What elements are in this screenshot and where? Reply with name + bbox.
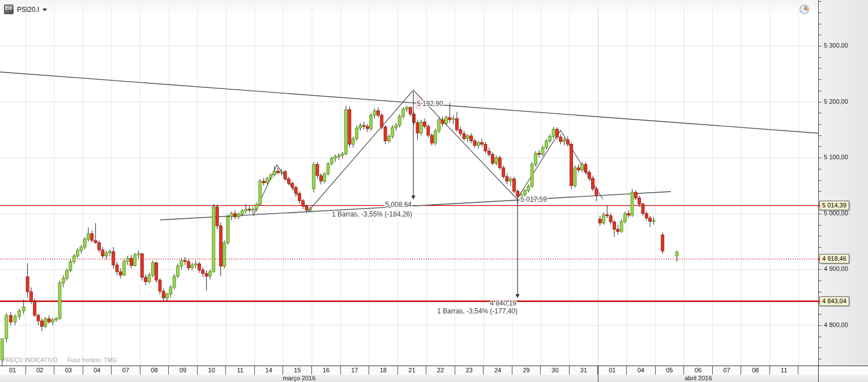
candle-up[interactable] <box>602 215 605 223</box>
candle-down[interactable] <box>216 207 219 226</box>
candle-up[interactable] <box>359 125 362 128</box>
candle-down[interactable] <box>613 222 615 230</box>
candle-down[interactable] <box>448 117 451 120</box>
candle-down[interactable] <box>481 143 484 145</box>
candle-up[interactable] <box>166 294 169 298</box>
candle-up[interactable] <box>51 320 54 322</box>
candle-up[interactable] <box>123 262 126 275</box>
candle-up[interactable] <box>194 264 197 265</box>
candle-up[interactable] <box>387 137 390 141</box>
candle-down[interactable] <box>291 184 294 188</box>
candle-down[interactable] <box>316 164 319 176</box>
candle-up[interactable] <box>126 258 129 262</box>
candle-up[interactable] <box>208 271 211 276</box>
candle-up[interactable] <box>545 141 548 148</box>
candle-down[interactable] <box>617 229 619 231</box>
candle-down[interactable] <box>144 277 147 282</box>
candle-down[interactable] <box>473 141 476 146</box>
candle-up[interactable] <box>230 214 233 217</box>
candle-up[interactable] <box>327 164 330 174</box>
candle-up[interactable] <box>370 115 373 129</box>
candle-up[interactable] <box>148 275 151 282</box>
candle-up[interactable] <box>251 209 254 210</box>
candle-down[interactable] <box>455 118 458 130</box>
candle-up[interactable] <box>237 214 240 217</box>
candle-down[interactable] <box>559 137 562 142</box>
candle-down[interactable] <box>584 164 587 172</box>
candle-down[interactable] <box>198 264 200 270</box>
candle-up[interactable] <box>44 319 47 326</box>
candle-down[interactable] <box>459 130 462 134</box>
candle-down[interactable] <box>577 168 580 170</box>
candle-up[interactable] <box>83 239 86 247</box>
candle-down[interactable] <box>649 218 652 222</box>
candle-down[interactable] <box>319 176 322 181</box>
candle-up[interactable] <box>495 158 498 163</box>
candle-up[interactable] <box>69 262 72 271</box>
candle-down[interactable] <box>566 140 569 145</box>
candle-up[interactable] <box>509 179 512 181</box>
candle-up[interactable] <box>391 128 394 137</box>
candle-up[interactable] <box>531 164 533 186</box>
candle-up[interactable] <box>14 316 16 322</box>
candle-up[interactable] <box>137 254 140 255</box>
candle-up[interactable] <box>345 109 348 154</box>
candle-up[interactable] <box>623 214 626 222</box>
candle-up[interactable] <box>22 307 25 311</box>
candle-up[interactable] <box>280 172 283 173</box>
candle-up[interactable] <box>527 186 530 190</box>
time-axis[interactable]: 0102030407080910111415161718212223242930… <box>0 366 868 382</box>
candle-up[interactable] <box>534 153 537 164</box>
candle-down[interactable] <box>155 263 158 281</box>
candle-down[interactable] <box>516 191 519 196</box>
candle-up[interactable] <box>434 131 437 143</box>
candle-up[interactable] <box>105 253 108 256</box>
candle-down[interactable] <box>284 172 287 179</box>
candle-up[interactable] <box>574 168 576 186</box>
candle-up[interactable] <box>212 207 215 271</box>
candle-down[interactable] <box>538 153 541 154</box>
candle-down[interactable] <box>187 262 190 268</box>
candle-up[interactable] <box>405 107 408 109</box>
candle-down[interactable] <box>380 115 383 127</box>
candle-down[interactable] <box>162 291 165 298</box>
candle-down[interactable] <box>627 214 630 215</box>
candle-up[interactable] <box>631 192 634 215</box>
candle-down[interactable] <box>362 125 365 126</box>
candle-down[interactable] <box>130 258 132 266</box>
candle-up[interactable] <box>5 315 8 338</box>
candle-down[interactable] <box>634 192 637 198</box>
candle-up[interactable] <box>334 156 337 158</box>
candle-down[interactable] <box>588 172 591 179</box>
candle-down[interactable] <box>262 181 265 183</box>
candle-up[interactable] <box>438 120 441 131</box>
candle-down[interactable] <box>484 145 487 151</box>
clock-timer-icon[interactable] <box>799 5 809 14</box>
candle-down[interactable] <box>29 292 32 302</box>
candle-down[interactable] <box>37 315 40 321</box>
candle-up[interactable] <box>309 209 311 210</box>
candle-up[interactable] <box>66 270 69 278</box>
candle-down[interactable] <box>491 154 494 163</box>
candle-up[interactable] <box>337 155 340 156</box>
candle-down[interactable] <box>234 214 237 217</box>
candle-up[interactable] <box>226 217 229 243</box>
candle-down[interactable] <box>112 252 115 265</box>
candle-up[interactable] <box>563 140 566 142</box>
candle-down[interactable] <box>119 271 122 275</box>
candle-down[interactable] <box>424 122 426 126</box>
candle-down[interactable] <box>159 280 161 291</box>
candle-down[interactable] <box>40 321 43 326</box>
candle-down[interactable] <box>98 243 101 250</box>
candle-down[interactable] <box>116 265 118 272</box>
candle-up[interactable] <box>180 261 183 266</box>
candle-down[interactable] <box>513 179 516 192</box>
candle-up[interactable] <box>80 247 83 251</box>
candle-up[interactable] <box>652 220 655 222</box>
candle-up[interactable] <box>466 136 469 139</box>
instrument-selector[interactable]: Eqi PSI20.I <box>4 5 47 14</box>
candle-up[interactable] <box>76 251 79 256</box>
candle-up[interactable] <box>191 265 194 268</box>
candle-up[interactable] <box>477 143 480 146</box>
candle-up[interactable] <box>62 278 65 283</box>
